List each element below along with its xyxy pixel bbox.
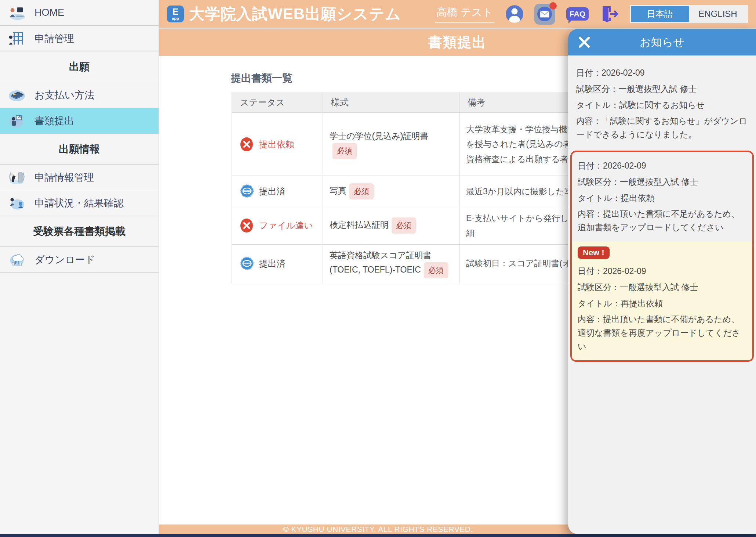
form-name: 写真	[330, 186, 346, 195]
sidebar: HOME 申請管理 出願	[0, 0, 159, 537]
sidebar-section-application: 出願	[0, 51, 159, 82]
app-title: 大学院入試WEB出願システム	[189, 4, 401, 24]
notification-item: 日付：2026-02-09 試験区分：一般選抜型入試 修士 タイトル：提出依頼 …	[572, 152, 752, 241]
required-badge: 必須	[424, 262, 448, 278]
notification-alert-group: 日付：2026-02-09 試験区分：一般選抜型入試 修士 タイトル：提出依頼 …	[570, 151, 754, 362]
form-name: 英語資格試験スコア証明書 (TOEIC, TOEFL)-TOEIC	[330, 251, 432, 274]
bottom-navy-strip	[0, 534, 756, 537]
copyright-text: © KYUSHU UNIVERSITY. ALL RIGHTS RESERVED…	[283, 525, 473, 534]
new-badge: New !	[578, 246, 610, 259]
status-label: ファイル違い	[259, 220, 313, 231]
mail-unread-dot	[549, 2, 557, 10]
faq-icon[interactable]: FAQ	[566, 7, 589, 21]
application-manage-icon	[8, 31, 26, 46]
notifications-panel: お知らせ 日付：2026-02-09 試験区分：一般選抜型入試 修士 タイトル：…	[568, 29, 756, 534]
language-japanese-button[interactable]: 日本語	[631, 6, 689, 22]
sidebar-item-status-result[interactable]: 申請状況・結果確認	[0, 190, 159, 216]
document-submit-icon	[8, 113, 26, 129]
sidebar-item-document-submit[interactable]: 書類提出	[0, 108, 159, 134]
payment-icon	[8, 87, 26, 103]
notification-category: 試験区分：一般選抜型入試 修士	[578, 175, 746, 189]
app-logo-sub: app	[172, 17, 179, 21]
required-badge: 必須	[332, 143, 357, 159]
column-header-form: 様式	[323, 92, 459, 113]
user-avatar-icon[interactable]	[506, 5, 523, 23]
application-info-icon	[8, 170, 26, 185]
app-logo-letter: E	[172, 7, 178, 16]
download-icon	[8, 252, 26, 267]
notifications-title: お知らせ	[568, 35, 756, 50]
sidebar-item-home[interactable]: HOME	[0, 0, 159, 26]
notification-category: 試験区分：一般選抜型入試 修士	[578, 281, 746, 294]
notification-title: タイトル：再提出依頼	[578, 297, 746, 310]
form-name: 学士の学位(見込み)証明書	[330, 131, 428, 141]
sidebar-item-download[interactable]: ダウンロード	[0, 247, 159, 273]
svg-text:APPROVED: APPROVED	[244, 190, 251, 192]
close-icon[interactable]	[578, 36, 591, 49]
error-status-icon	[240, 137, 254, 152]
notification-item-new: New ! 日付：2026-02-09 試験区分：一般選抜型入試 修士 タイトル…	[572, 241, 752, 360]
approved-seal-icon: APPROVED	[240, 256, 254, 271]
notification-date: 日付：2026-02-09	[576, 66, 748, 80]
notification-content: 内容：提出頂いた書類に不足があるため、追加書類をアップロードしてください	[578, 207, 746, 234]
home-icon	[8, 5, 26, 21]
app-screen: © KYUSHU UNIVERSITY. ALL RIGHTS RESERVED…	[0, 0, 756, 537]
status-label: 提出済	[259, 185, 286, 197]
notifications-header: お知らせ	[568, 29, 756, 55]
section-title: 提出書類一覧	[231, 71, 292, 85]
language-english-button[interactable]: ENGLISH	[689, 6, 747, 22]
notification-content: 内容：提出頂いた書類に不備があるため、適切な書類を再度アップロードしてください	[578, 313, 746, 353]
notification-category: 試験区分：一般選抜型入試 修士	[576, 82, 748, 96]
sidebar-item-application-manage[interactable]: 申請管理	[0, 26, 159, 51]
error-status-icon	[240, 218, 254, 233]
app-logo[interactable]: E app	[167, 6, 184, 22]
page-title: 書類提出	[428, 33, 487, 52]
mail-notification-icon[interactable]	[534, 4, 555, 25]
notification-title: タイトル：試験に関するお知らせ	[576, 98, 748, 112]
header-actions: 高橋 テスト FAQ	[435, 4, 748, 25]
required-badge: 必須	[349, 183, 374, 199]
column-header-status: ステータス	[232, 92, 323, 113]
sidebar-section-exam-ticket-documents: 受験票各種書類掲載	[0, 216, 159, 247]
logout-icon[interactable]	[600, 5, 619, 23]
notification-content: 内容：「試験に関するお知らせ」がダウンロードできるようになりました。	[576, 114, 748, 141]
language-toggle: 日本語 ENGLISH	[630, 5, 748, 23]
sidebar-item-application-info-manage[interactable]: 申請情報管理	[0, 165, 159, 190]
status-label: 提出済	[259, 258, 286, 270]
status-result-icon	[8, 195, 26, 211]
notifications-body: 日付：2026-02-09 試験区分：一般選抜型入試 修士 タイトル：試験に関す…	[568, 55, 756, 365]
notification-date: 日付：2026-02-09	[578, 264, 746, 278]
sidebar-item-payment-method[interactable]: お支払い方法	[0, 82, 159, 108]
notification-item: 日付：2026-02-09 試験区分：一般選抜型入試 修士 タイトル：試験に関す…	[570, 59, 754, 148]
required-badge: 必須	[392, 217, 416, 234]
svg-text:APPROVED: APPROVED	[244, 263, 251, 264]
form-name: 検定料払込証明	[330, 220, 389, 230]
status-label: 提出依頼	[259, 138, 294, 150]
sidebar-section-application-info: 出願情報	[0, 134, 159, 165]
approved-seal-icon: APPROVED	[240, 184, 254, 199]
user-name-link[interactable]: 高橋 テスト	[435, 5, 495, 23]
notification-title: タイトル：提出依頼	[578, 191, 746, 205]
notification-date: 日付：2026-02-09	[578, 159, 746, 173]
app-header: E app 大学院入試WEB出願システム 高橋 テスト F	[159, 0, 756, 28]
